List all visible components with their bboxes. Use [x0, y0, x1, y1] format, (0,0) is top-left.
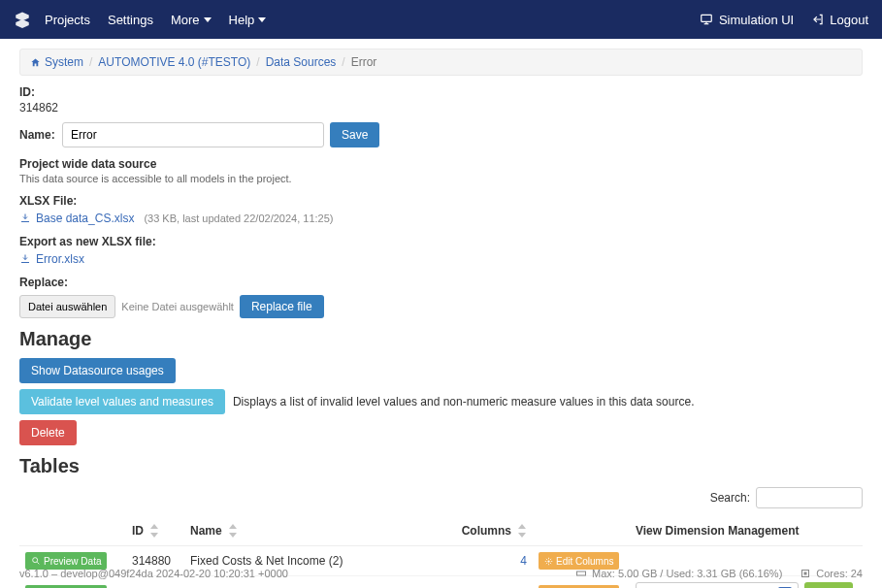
breadcrumb-sep: / [342, 55, 344, 69]
breadcrumb-sep: / [89, 55, 92, 69]
breadcrumb-system[interactable]: System [30, 55, 83, 69]
svg-rect-0 [702, 15, 712, 21]
export-file-link[interactable]: Error.xlsx [19, 252, 84, 266]
sort-icon [228, 524, 238, 538]
xlsx-file-name: Base data_CS.xlsx [36, 212, 134, 225]
validate-button[interactable]: Validate level values and measures [19, 389, 225, 414]
svg-rect-7 [577, 572, 586, 575]
breadcrumb-sep: / [256, 55, 259, 69]
no-file-selected-text: Keine Datei ausgewählt [121, 301, 234, 312]
simulation-ui-link[interactable]: Simulation UI [700, 13, 794, 27]
brand-logo-icon[interactable] [14, 11, 31, 28]
col-id[interactable]: ID [126, 518, 184, 546]
col-name[interactable]: Name [184, 518, 456, 546]
delete-button[interactable]: Delete [19, 420, 77, 445]
nav-help-label: Help [229, 13, 255, 27]
footer: v6.1.0 – develop@049f24da 2024-02-20 10:… [0, 559, 882, 588]
id-label: ID: [19, 85, 863, 99]
home-icon [30, 57, 41, 68]
navbar: Projects Settings More Help Simulation U… [0, 0, 882, 39]
sort-icon [149, 524, 159, 538]
caret-down-icon [258, 17, 266, 22]
choose-file-button[interactable]: Datei auswählen [19, 295, 115, 318]
replace-label: Replace: [19, 276, 863, 289]
manage-heading: Manage [19, 328, 863, 350]
breadcrumb: System / AUTOMOTIVE 4.0 (#TESTO) / Data … [19, 49, 863, 76]
nav-projects[interactable]: Projects [45, 13, 90, 27]
logout-label: Logout [830, 13, 868, 27]
footer-memory-text: Max: 5.00 GB / Used: 3.31 GB (66.16%) [592, 568, 782, 579]
caret-down-icon [204, 17, 212, 22]
breadcrumb-data-sources[interactable]: Data Sources [266, 55, 337, 69]
replace-file-button[interactable]: Replace file [240, 295, 324, 318]
search-input[interactable] [756, 487, 863, 508]
col-columns[interactable]: Columns [456, 518, 533, 546]
memory-icon [575, 568, 587, 579]
save-button[interactable]: Save [330, 122, 379, 147]
footer-cores: Cores: 24 [800, 568, 863, 579]
sort-icon [517, 524, 527, 538]
monitor-icon [700, 13, 713, 26]
project-wide-title: Project wide data source [19, 157, 863, 171]
name-label: Name: [19, 128, 56, 142]
download-icon [19, 253, 31, 265]
logout-link[interactable]: Logout [811, 13, 868, 27]
id-value: 314862 [19, 101, 863, 114]
nav-more-label: More [171, 13, 200, 27]
nav-more[interactable]: More [171, 13, 212, 27]
xlsx-file-download-link[interactable]: Base data_CS.xlsx [19, 212, 134, 225]
download-icon [19, 212, 31, 224]
footer-cores-text: Cores: 24 [816, 568, 863, 579]
xlsx-file-meta: (33 KB, last updated 22/02/2024, 11:25) [144, 212, 333, 224]
breadcrumb-project[interactable]: AUTOMOTIVE 4.0 (#TESTO) [98, 55, 250, 69]
col-columns-label: Columns [462, 524, 511, 538]
cpu-icon [800, 568, 811, 579]
col-edit [533, 518, 630, 546]
logout-icon [811, 13, 825, 26]
breadcrumb-system-label: System [45, 55, 83, 69]
breadcrumb-current: Error [351, 55, 377, 69]
export-file-name: Error.xlsx [36, 252, 84, 266]
col-id-label: ID [132, 524, 144, 538]
svg-rect-9 [804, 572, 807, 575]
nav-help[interactable]: Help [229, 13, 267, 27]
nav-settings[interactable]: Settings [108, 13, 153, 27]
name-input[interactable] [62, 122, 324, 147]
simulation-ui-label: Simulation UI [719, 13, 794, 27]
col-name-label: Name [190, 524, 222, 538]
project-wide-desc: This data source is accessible to all mo… [19, 173, 863, 184]
xlsx-file-label: XLSX File: [19, 194, 863, 208]
col-preview [19, 518, 126, 546]
footer-memory: Max: 5.00 GB / Used: 3.31 GB (66.16%) [575, 568, 782, 579]
validate-description: Displays a list of invalid level values … [233, 395, 695, 408]
col-view-dimension: View Dimension Management [630, 518, 863, 546]
show-datasource-usages-button[interactable]: Show Datasource usages [19, 358, 176, 383]
footer-version: v6.1.0 – develop@049f24da 2024-02-20 10:… [19, 568, 288, 579]
tables-heading: Tables [19, 455, 863, 477]
export-label: Export as new XLSX file: [19, 235, 863, 248]
search-label: Search: [710, 491, 750, 505]
